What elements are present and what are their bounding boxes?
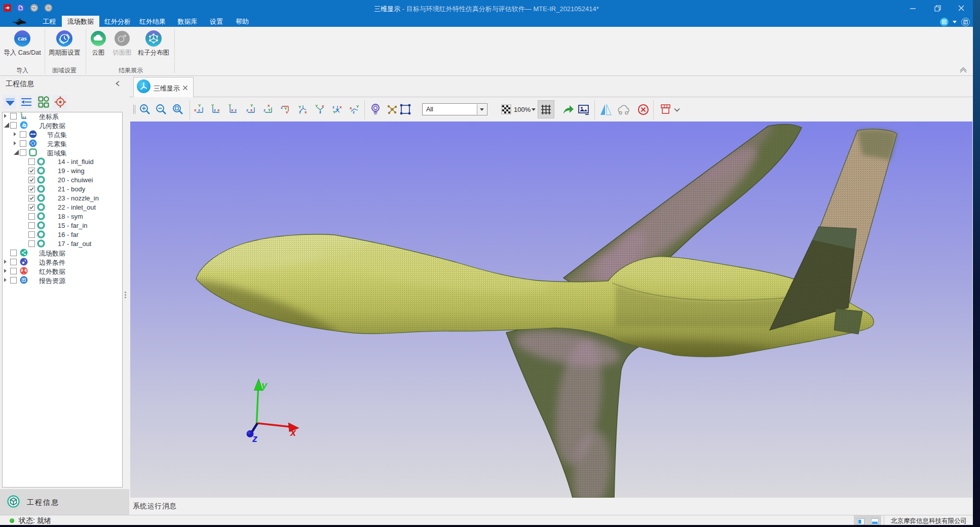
svg-text:Y: Y [333,110,336,114]
svg-text:z: z [246,108,248,112]
svg-text:x: x [350,106,352,110]
svg-text:Y: Y [20,112,22,115]
svg-text:z: z [198,108,200,112]
svg-text:x: x [194,108,197,112]
svg-text:z: z [214,108,216,112]
svg-text:Y: Y [211,103,214,108]
svg-text:z: z [263,108,266,112]
svg-text:Y: Y [198,103,201,108]
svg-text:x: x [286,110,288,114]
svg-text:Y: Y [315,104,318,108]
svg-text:Y: Y [298,105,301,109]
svg-text:x: x [290,427,296,438]
svg-text:x: x [25,115,27,118]
svg-text:z: z [22,115,24,118]
svg-text:Y: Y [356,104,359,109]
svg-text:z: z [332,105,334,109]
svg-text:x: x [231,108,234,112]
svg-text:z: z [235,108,237,112]
svg-text:x: x [322,104,324,108]
svg-text:x: x [268,103,270,108]
svg-text:z: z [252,433,257,444]
svg-text:Y: Y [250,103,253,108]
svg-text:x: x [250,108,253,112]
svg-text:Y: Y [268,108,271,112]
svg-text:Y: Y [229,103,232,108]
svg-text:x: x [340,105,342,109]
svg-text:y: y [261,380,268,391]
svg-text:x: x [217,108,220,112]
svg-text:z: z [281,105,283,110]
svg-text:z: z [353,110,355,114]
svg-text:z: z [299,110,301,114]
svg-text:x: x [305,110,307,114]
svg-text:z: z [319,110,321,114]
